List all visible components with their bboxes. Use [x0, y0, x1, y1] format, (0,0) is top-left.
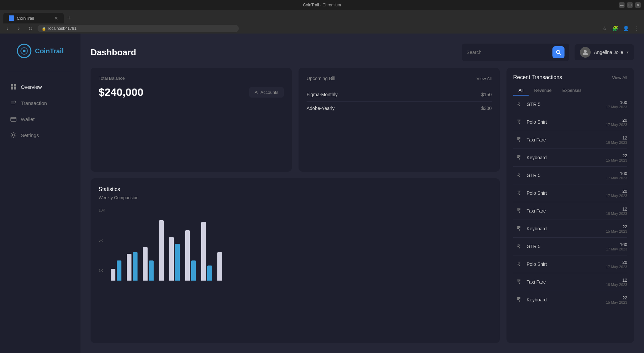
tx-date: 15 May 2023 — [606, 229, 627, 233]
bar-blue — [207, 266, 212, 281]
bills-view-all[interactable]: View All — [477, 76, 492, 81]
svg-point-10 — [584, 50, 587, 53]
bar-group — [169, 237, 180, 281]
filter-tab-expenses[interactable]: Expenses — [557, 86, 587, 96]
maximize-button[interactable]: ❐ — [627, 2, 633, 8]
tx-date: 17 May 2023 — [606, 194, 627, 198]
extensions-icon[interactable]: 🧩 — [611, 24, 619, 33]
menu-icon[interactable]: ⋮ — [633, 24, 641, 33]
tx-name: Keyboard — [524, 155, 606, 160]
search-button[interactable] — [552, 46, 565, 58]
logo-text: CoinTrail — [35, 47, 64, 55]
rupee-icon: ₹ — [513, 152, 524, 163]
back-button[interactable]: ‹ — [3, 24, 11, 33]
logo: CoinTrail — [17, 44, 64, 58]
bills-header: Upcoming Bill View All — [307, 76, 492, 81]
bar-white — [201, 222, 206, 281]
bill-item: Adobe-Yearly$300 — [307, 102, 492, 115]
bar-blue — [117, 260, 121, 281]
tx-name: Polo Shirt — [524, 190, 606, 196]
logo-trail: Trail — [50, 47, 64, 55]
bill-amount: $150 — [481, 92, 492, 97]
sidebar-item-settings[interactable]: Settings — [0, 127, 80, 143]
browser-tab[interactable]: CoinTrail ✕ — [3, 13, 64, 23]
all-accounts-button[interactable]: All Accounts — [249, 87, 284, 98]
profile-icon[interactable]: 👤 — [622, 24, 630, 33]
bookmark-icon[interactable]: ☆ — [600, 24, 608, 33]
close-button[interactable]: ✕ — [635, 2, 641, 8]
bar-white — [127, 254, 131, 281]
filter-tab-revenue[interactable]: Revenue — [529, 86, 557, 96]
search-input[interactable] — [467, 50, 549, 55]
transactions-list: ₹ GTR 5 160 17 May 2023 ₹ Polo Shirt 20 … — [513, 96, 627, 336]
bills-title: Upcoming Bill — [307, 76, 335, 81]
tx-amount-date: 22 15 May 2023 — [606, 295, 627, 304]
tx-amount: 160 — [606, 100, 627, 105]
transaction-label: Transaction — [21, 100, 47, 106]
sidebar-item-overview[interactable]: Overview — [0, 79, 80, 95]
page-title: Dashboard — [91, 47, 136, 58]
svg-point-8 — [12, 134, 14, 136]
bar-blue — [149, 260, 154, 281]
tx-date: 17 May 2023 — [606, 176, 627, 180]
settings-icon — [10, 132, 17, 138]
bar-white — [169, 237, 174, 281]
refresh-button[interactable]: ↻ — [26, 24, 34, 33]
rupee-icon: ₹ — [513, 134, 524, 145]
tx-name: Taxi Fare — [524, 137, 606, 142]
tx-amount-date: 160 17 May 2023 — [606, 171, 627, 180]
tx-amount: 22 — [606, 224, 627, 229]
overview-label: Overview — [21, 84, 42, 90]
tx-amount-date: 22 15 May 2023 — [606, 224, 627, 233]
bill-item: Figma-Monthly$150 — [307, 88, 492, 102]
balance-amount: $240,000 — [99, 86, 143, 99]
y-label-1k: 1K — [99, 269, 105, 273]
rupee-icon: ₹ — [513, 223, 524, 234]
transaction-item: ₹ Keyboard 22 15 May 2023 — [513, 291, 627, 308]
settings-label: Settings — [21, 132, 39, 138]
transactions-view-all[interactable]: View All — [612, 75, 627, 80]
tx-name: GTR 5 — [524, 102, 606, 107]
tx-amount: 22 — [606, 295, 627, 300]
sidebar-divider — [8, 72, 72, 72]
bar-blue — [191, 260, 196, 281]
minimize-button[interactable]: — — [619, 2, 625, 8]
tx-amount: 160 — [606, 171, 627, 176]
tx-amount: 160 — [606, 242, 627, 247]
address-field[interactable]: 🔒 localhost:41791 — [38, 25, 239, 32]
transaction-item: ₹ GTR 5 160 17 May 2023 — [513, 167, 627, 184]
bill-name: Figma-Monthly — [307, 92, 338, 97]
bar-group — [217, 252, 222, 281]
tx-amount-date: 12 16 May 2023 — [606, 207, 627, 216]
transaction-item: ₹ Taxi Fare 12 16 May 2023 — [513, 131, 627, 149]
sidebar-item-transaction[interactable]: Transaction — [0, 95, 80, 111]
statistics-card: Statistics Weekly Comparision 10K 5K 1K — [91, 178, 500, 343]
forward-button[interactable]: › — [15, 24, 23, 33]
balance-label: Total Balance — [99, 76, 284, 81]
transaction-item: ₹ Keyboard 22 15 May 2023 — [513, 149, 627, 167]
address-bar: ‹ › ↻ 🔒 localhost:41791 ☆ 🧩 👤 ⋮ — [0, 23, 644, 34]
filter-tab-all[interactable]: All — [513, 86, 529, 96]
sidebar-item-wallet[interactable]: Wallet — [0, 111, 80, 127]
tx-amount-date: 20 17 May 2023 — [606, 189, 627, 198]
y-label-5k: 5K — [99, 238, 105, 242]
tx-amount-date: 12 16 May 2023 — [606, 278, 627, 287]
bar-group — [143, 247, 154, 281]
overview-icon — [10, 83, 17, 90]
user-profile[interactable]: Angelina Jolie ▾ — [575, 44, 634, 60]
new-tab-button[interactable]: + — [64, 13, 74, 23]
rupee-icon: ₹ — [513, 205, 524, 216]
svg-rect-3 — [11, 84, 13, 86]
svg-rect-5 — [11, 87, 13, 90]
bills-card: Upcoming Bill View All Figma-Monthly$150… — [299, 68, 500, 172]
transactions-header: Recent Transactions View All — [513, 74, 627, 80]
tx-name: Polo Shirt — [524, 119, 606, 125]
transaction-item: ₹ Polo Shirt 20 17 May 2023 — [513, 255, 627, 273]
bills-list: Figma-Monthly$150Adobe-Yearly$300 — [307, 88, 492, 115]
rupee-icon: ₹ — [513, 170, 524, 181]
tx-name: Taxi Fare — [524, 279, 606, 285]
bar-group — [159, 220, 164, 281]
svg-rect-7 — [11, 117, 16, 121]
wallet-icon — [10, 116, 17, 122]
tab-close-button[interactable]: ✕ — [54, 15, 58, 21]
